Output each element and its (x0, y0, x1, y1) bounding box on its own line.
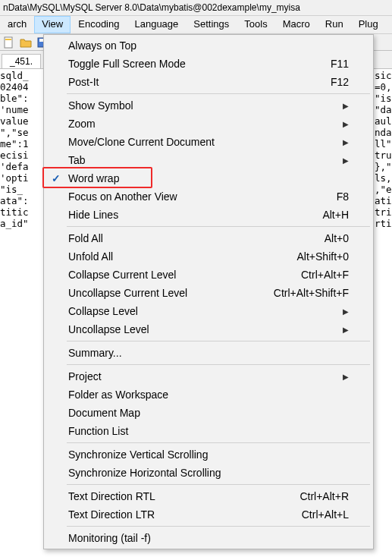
open-icon[interactable] (20, 36, 32, 49)
menu-item-monitoring-tail-f[interactable]: Monitoring (tail -f) (45, 529, 372, 547)
window-title: nData\MySQL\MySQL Server 8.0\Data\mybati… (0, 0, 392, 16)
menu-item-tab[interactable]: Tab▶ (45, 151, 372, 169)
menu-item-document-map[interactable]: Document Map (45, 404, 372, 422)
check-icon: ✓ (50, 172, 62, 184)
menu-item-toggle-full-screen-mode[interactable]: Toggle Full Screen ModeF11 (45, 55, 372, 73)
menu-item-label: Text Direction RTL (68, 490, 155, 502)
menu-item-synchronize-horizontal-scrolling[interactable]: Synchronize Horizontal Scrolling (45, 464, 372, 482)
menu-item-text-direction-rtl[interactable]: Text Direction RTLCtrl+Alt+R (45, 487, 372, 505)
menu-item-shortcut: Alt+Shift+0 (297, 250, 350, 263)
menu-separator (67, 442, 370, 443)
menu-arch[interactable]: arch (0, 16, 34, 33)
menu-item-label: Uncollapse Level (68, 323, 149, 335)
submenu-arrow-icon: ▶ (343, 120, 349, 128)
menu-item-shortcut: Ctrl+Alt+R (299, 490, 349, 502)
menu-item-shortcut: F11 (331, 58, 349, 70)
menu-item-shortcut: Ctrl+Alt+Shift+F (274, 287, 349, 299)
menu-view[interactable]: View (34, 16, 71, 33)
menu-macro[interactable]: Macro (275, 16, 318, 33)
menu-item-label: Always on Top (68, 39, 136, 52)
menu-plug[interactable]: Plug (351, 16, 386, 33)
tab-file[interactable]: _451. (2, 54, 41, 68)
menu-item-project[interactable]: Project▶ (45, 367, 372, 385)
menu-item-label: Zoom (68, 118, 96, 130)
menu-item-unfold-all[interactable]: Unfold AllAlt+Shift+0 (45, 247, 372, 266)
menu-item-uncollapse-level[interactable]: Uncollapse Level▶ (45, 320, 372, 338)
menu-item-word-wrap[interactable]: ✓Word wrap (45, 169, 372, 187)
submenu-arrow-icon: ▶ (343, 102, 349, 110)
menu-item-label: Post-It (68, 76, 99, 88)
menu-item-label: Show Symbol (68, 99, 133, 112)
menu-item-label: Collapse Current Level (68, 269, 176, 281)
menu-item-label: Function List (68, 425, 128, 437)
menu-item-post-it[interactable]: Post-ItF12 (45, 73, 372, 91)
menu-run[interactable]: Run (318, 16, 351, 33)
menu-item-label: Document Map (68, 407, 140, 419)
menu-separator (67, 341, 370, 341)
menu-item-shortcut: Alt+0 (325, 232, 349, 244)
menu-item-fold-all[interactable]: Fold AllAlt+0 (45, 229, 372, 247)
menu-item-shortcut: Ctrl+Alt+L (302, 508, 349, 521)
menu-item-label: Tab (68, 154, 86, 166)
menu-item-text-direction-ltr[interactable]: Text Direction LTRCtrl+Alt+L (45, 505, 372, 524)
menu-separator (67, 226, 370, 227)
menu-item-label: Summary... (68, 347, 122, 359)
menu-item-always-on-top[interactable]: Always on Top (45, 36, 372, 55)
menu-item-focus-on-another-view[interactable]: Focus on Another ViewF8 (45, 187, 372, 206)
menu-item-shortcut: F8 (337, 190, 349, 203)
menu-item-shortcut: Ctrl+Alt+F (301, 269, 349, 281)
menu-item-label: Unfold All (68, 250, 113, 263)
menu-item-label: Text Direction LTR (68, 508, 155, 521)
submenu-arrow-icon: ▶ (343, 307, 349, 316)
menu-item-label: Hide Lines (68, 209, 118, 221)
submenu-arrow-icon: ▶ (343, 156, 349, 165)
editor-right-fragment: sic =0, "is "da aul nda ll" tru }," ls, … (375, 70, 392, 229)
menu-item-label: Project (68, 370, 102, 382)
menu-item-label: Folder as Workspace (68, 389, 168, 401)
menu-item-folder-as-workspace[interactable]: Folder as Workspace (45, 385, 372, 404)
menu-tools[interactable]: Tools (237, 16, 274, 33)
view-menu-dropdown: Always on TopToggle Full Screen ModeF11P… (43, 34, 374, 549)
menu-item-label: Monitoring (tail -f) (68, 532, 151, 544)
menu-item-label: Toggle Full Screen Mode (68, 58, 186, 70)
menu-separator (67, 93, 370, 94)
menu-item-hide-lines[interactable]: Hide LinesAlt+H (45, 206, 372, 224)
menu-separator (67, 526, 370, 527)
menu-encoding[interactable]: Encoding (71, 16, 127, 33)
menu-item-label: Synchronize Vertical Scrolling (68, 448, 208, 461)
menu-item-label: Focus on Another View (68, 190, 177, 203)
menu-separator (67, 364, 370, 365)
menu-item-shortcut: Alt+H (322, 209, 349, 221)
menu-item-label: Uncollapse Current Level (68, 287, 187, 299)
menu-item-synchronize-vertical-scrolling[interactable]: Synchronize Vertical Scrolling (45, 445, 372, 464)
menu-item-label: Collapse Level (68, 305, 138, 317)
editor-left-fragment: sqld_ 02404 ble": 'nume value ","se me":… (0, 70, 42, 229)
submenu-arrow-icon: ▶ (343, 326, 349, 334)
menu-item-collapse-current-level[interactable]: Collapse Current LevelCtrl+Alt+F (45, 266, 372, 284)
new-file-icon[interactable] (3, 36, 15, 49)
submenu-arrow-icon: ▶ (343, 138, 349, 146)
svg-rect-1 (5, 39, 11, 40)
menu-item-summary[interactable]: Summary... (45, 344, 372, 362)
menu-item-function-list[interactable]: Function List (45, 422, 372, 440)
menubar: archViewEncodingLanguageSettingsToolsMac… (0, 16, 392, 34)
menu-item-collapse-level[interactable]: Collapse Level▶ (45, 302, 372, 320)
menu-settings[interactable]: Settings (186, 16, 237, 33)
menu-item-uncollapse-current-level[interactable]: Uncollapse Current LevelCtrl+Alt+Shift+F (45, 284, 372, 302)
menu-item-label: Move/Clone Current Document (68, 136, 215, 148)
menu-item-label: Synchronize Horizontal Scrolling (68, 467, 221, 479)
menu-separator (67, 484, 370, 485)
menu-item-shortcut: F12 (331, 76, 349, 88)
menu-item-label: Word wrap (68, 172, 119, 184)
menu-item-label: Fold All (68, 232, 103, 244)
submenu-arrow-icon: ▶ (343, 373, 349, 381)
menu-item-show-symbol[interactable]: Show Symbol▶ (45, 96, 372, 115)
menu-language[interactable]: Language (127, 16, 186, 33)
menu-item-move-clone-current-document[interactable]: Move/Clone Current Document▶ (45, 133, 372, 151)
menu-item-zoom[interactable]: Zoom▶ (45, 115, 372, 133)
